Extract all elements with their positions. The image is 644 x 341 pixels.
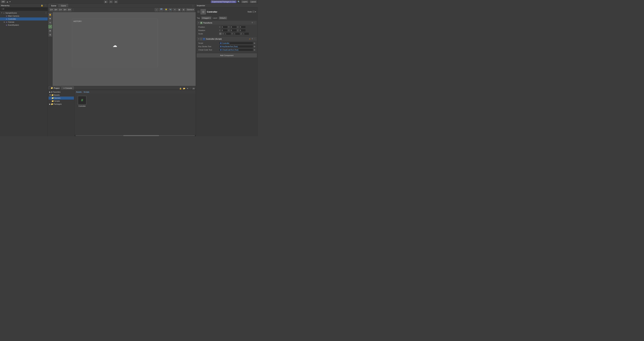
step-button[interactable]: ⏭ — [114, 0, 118, 3]
nr-badge[interactable]: NR — [1, 0, 5, 3]
rz-value[interactable]: 0 — [239, 29, 246, 32]
scene-gizmos-dropdown[interactable]: Gizmos▾ — [186, 8, 195, 11]
project-scripts[interactable]: 📁 Scenes — [48, 96, 74, 99]
keystroke-target-icon[interactable]: ⊙ — [254, 45, 255, 48]
canvas-icon: ⊙ — [5, 21, 8, 23]
transform-more-icon[interactable]: ⋮ — [254, 22, 256, 24]
px-value[interactable]: 0 — [221, 26, 228, 28]
play-button[interactable]: ▶ — [104, 0, 108, 3]
controller-script-body: Script # Controller ⊙ Key Stroke Text — [197, 41, 256, 52]
controller-more-icon[interactable]: ⋮ — [254, 38, 256, 40]
scene-viewport[interactable]: HISTORY: ☁ — [52, 12, 196, 86]
pause-button[interactable]: ⏸ — [109, 0, 113, 3]
rx-label: X — [219, 29, 221, 31]
layers-button[interactable]: Layers — [241, 0, 248, 3]
hierarchy-item-samplescene[interactable]: ▼ ◎ SampleScene ⋮ — [0, 11, 48, 14]
scene-layout-dropdown[interactable]: ⊞▾ — [54, 8, 58, 11]
project-scenes[interactable]: 📁 Scripts — [48, 99, 74, 102]
hierarchy-search-bar[interactable]: + All — [0, 7, 48, 11]
hierarchy-item-maincamera[interactable]: ⊙ Main Camera — [0, 14, 48, 17]
rotation-label: Rotation — [198, 29, 218, 31]
folder-scripts-icon: 📁 — [52, 100, 54, 102]
tool-scale[interactable]: ⤢ — [48, 25, 52, 28]
hierarchy-item-eventsystem[interactable]: ⊙ EventSystem — [0, 23, 48, 26]
tab-console[interactable]: ≡ Console — [62, 86, 74, 90]
hierarchy-item-controller[interactable]: ⊙ Controller — [0, 17, 48, 20]
scene-grid-icon[interactable]: ▦ — [177, 8, 181, 11]
tab-scene[interactable]: Scene — [49, 4, 58, 7]
scene-tool-dropdown[interactable]: ⊞▾ — [67, 8, 72, 11]
bottom-folder-icon[interactable]: 📂 — [183, 87, 186, 90]
layout-button[interactable]: Layout — [250, 0, 257, 3]
sz-value[interactable]: 1 — [243, 32, 249, 35]
transform-settings-icon[interactable]: ⚙ — [252, 22, 253, 24]
scene-more1-icon[interactable]: ⊞ — [182, 8, 186, 11]
top-bar: NR ☁ ✦ ▶ ⏸ ⏭ Experimental Packages In Us… — [0, 0, 258, 4]
tool-transform[interactable]: ⚙ — [48, 33, 52, 36]
hierarchy-lock-icon[interactable]: 🔒 — [40, 4, 44, 6]
project-favorites[interactable]: ▶ ★ Favorites — [48, 90, 74, 93]
cheatcode-prop: Cheat Code Text # CheatCodeText (Text) ⊙ — [198, 48, 255, 51]
tool-rotate[interactable]: ⟲ — [48, 21, 52, 24]
script-target-icon[interactable]: ⊙ — [254, 42, 255, 44]
scene-camera-icon[interactable]: 📷 — [168, 8, 172, 11]
pz-value[interactable]: 0 — [239, 26, 246, 28]
script-ref[interactable]: # Controller — [219, 42, 253, 44]
static-checkbox[interactable] — [252, 11, 254, 13]
experimental-packages-button[interactable]: Experimental Packages In Use — [211, 0, 236, 3]
tag-dropdown[interactable]: Untagged ▾ — [201, 16, 212, 19]
tool-rect[interactable]: ⊞ — [48, 29, 52, 32]
object-active-checkbox[interactable] — [198, 11, 200, 13]
add-component-button[interactable]: Add Component — [197, 53, 257, 57]
static-dropdown-arrow[interactable]: ▾ — [255, 11, 256, 13]
controller-enabled-checkbox[interactable] — [200, 38, 202, 40]
hierarchy-item-canvas[interactable]: ▶ ⊙ Canvas — [0, 20, 48, 23]
project-packages[interactable]: ▶ 📁 Packages — [48, 102, 74, 106]
hierarchy-more-icon[interactable]: ⋮ — [44, 4, 47, 6]
scale-label: Scale — [198, 33, 218, 35]
project-scrollbar[interactable] — [75, 135, 196, 136]
scene-effect-icon[interactable]: ✦ — [173, 8, 177, 11]
tool-hand[interactable]: ✋ — [48, 13, 52, 16]
bottom-lock-icon[interactable]: 🔒 — [179, 87, 182, 90]
tool-move[interactable]: ✥ — [48, 17, 52, 20]
scale-link-icon[interactable]: ⛓ — [219, 32, 222, 35]
breadcrumb-scripts[interactable]: Scripts — [84, 91, 89, 93]
pz-label: Z — [237, 26, 239, 28]
search-icon[interactable]: 🔍 — [238, 1, 240, 3]
rz-label: Z — [237, 29, 239, 31]
samplescene-more[interactable]: ⋮ — [45, 12, 47, 14]
object-name[interactable]: Controller — [207, 10, 217, 13]
bottom-more-icon[interactable]: ⋮ — [190, 87, 192, 90]
sx-value[interactable]: 1 — [224, 32, 231, 35]
keystroke-val: # KeyStrokeText (Text) ⊙ — [219, 45, 255, 48]
breadcrumb-assets[interactable]: Assets — [76, 91, 82, 93]
scene-audio-icon[interactable]: ♪ — [155, 8, 158, 11]
scene-space-dropdown[interactable]: ⊞▾ — [63, 8, 67, 11]
bottom-fav-icon[interactable]: ★ — [186, 87, 189, 90]
scene-mode-dropdown[interactable]: ⊡▾ — [49, 8, 54, 11]
tab-game[interactable]: Game — [59, 4, 68, 7]
rx-value[interactable]: 0 — [221, 29, 228, 32]
controller-label: Controller — [8, 18, 16, 20]
project-assets[interactable]: ▼ 📁 Assets — [48, 93, 74, 96]
sy-value[interactable]: 1 — [234, 32, 240, 35]
transform-header[interactable]: ▼ ⊕ Transform ⚙ ⋮ — [197, 21, 256, 25]
tab-project[interactable]: 📁 Project — [49, 86, 61, 90]
scale-x: X 1 — [222, 32, 231, 35]
hierarchy-add-icon[interactable]: + — [1, 8, 2, 10]
layer-dropdown[interactable]: Default ▾ — [219, 16, 227, 19]
keystroke-prop: Key Stroke Text # KeyStrokeText (Text) ⊙ — [198, 45, 255, 48]
scene-tab-more[interactable]: ⋮ — [191, 5, 195, 7]
controller-settings-icon[interactable]: ⚙ — [252, 38, 253, 40]
py-value[interactable]: 0 — [230, 26, 236, 28]
twod-button[interactable]: 2D — [159, 8, 164, 11]
scene-pivot-dropdown[interactable]: ⊡▾ — [58, 8, 62, 11]
cheatcode-target-icon[interactable]: ⊙ — [254, 49, 255, 51]
keystroke-ref[interactable]: # KeyStrokeText (Text) — [219, 45, 253, 48]
ry-value[interactable]: 0 — [230, 29, 236, 32]
cheatcode-ref[interactable]: # CheatCodeText (Text) — [219, 48, 253, 51]
asset-controller[interactable]: # Controller — [76, 95, 88, 108]
scene-light-icon[interactable]: 💡 — [164, 8, 168, 11]
controller-script-header[interactable]: ▼ # Controller (Script) ⚠ ⚙ ⋮ — [197, 37, 256, 41]
